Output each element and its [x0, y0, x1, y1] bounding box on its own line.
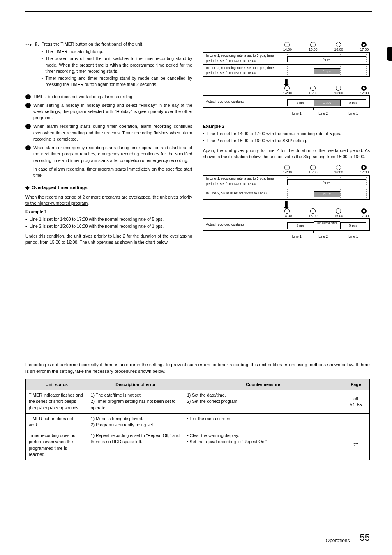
line1-label: Line 1	[292, 234, 302, 239]
chart-bar: 5 pps	[340, 99, 366, 106]
chart-bar: SKIP	[314, 191, 341, 198]
example2-title: Example 2	[203, 123, 370, 130]
chart-row-label: In Line 2, recording rate is set to 1 pp…	[203, 65, 281, 77]
tab-marker	[387, 47, 392, 61]
chart-bar: 5 pps	[287, 179, 366, 186]
chart-bar: 5 pps	[287, 99, 314, 106]
step-bullet: The TIMER indicator lights up.	[41, 49, 192, 55]
error-intro: Recording is not performed correctly if …	[25, 362, 370, 375]
warning-icon: !	[25, 103, 31, 108]
ex2-bullet: Line 2 is set for 15:00 to 16:00 with th…	[203, 138, 370, 144]
chart-row-label: In Line 1, recording rate is set to 5 pp…	[203, 175, 281, 187]
tick-label: 14:00	[283, 47, 292, 51]
table-row: TIMER button does not work. 1) Menu is b…	[26, 413, 370, 430]
line-labels: Line 2 Line 1 Line 1	[281, 108, 370, 119]
table-row: TIMER indicator flashes and the series o…	[26, 390, 370, 414]
chart-example2: 14:00 15:00 16:00 17:00 In Line 1, recor…	[203, 165, 370, 242]
left-column: step 8. Press the TIMER button on the fr…	[25, 41, 192, 247]
ex1-p-u: Line 2	[113, 234, 125, 238]
tick-label: 15:00	[309, 91, 317, 95]
cell-status: TIMER indicator flashes and the series o…	[26, 390, 88, 414]
page-footer: Operations 55	[25, 531, 370, 544]
chart-bar: 1 pps	[314, 99, 341, 106]
section-name: Operations	[326, 538, 350, 543]
tick-label: 14:00	[283, 91, 292, 95]
right-column: 14:00 15:00 16:00 17:00 In Line 1, recor…	[203, 41, 370, 247]
tick-label: 16:00	[334, 91, 343, 95]
arrow-down-icon: ⬇	[203, 80, 370, 86]
step-number: 8.	[35, 41, 39, 91]
tick-label: 17:00	[360, 47, 369, 51]
chart-ticks: 14:00 15:00 16:00 17:00	[281, 42, 370, 52]
arrow-down-icon: ⬇	[203, 203, 370, 208]
th-desc: Description of error	[88, 379, 184, 390]
line2-label: Line 2	[318, 111, 328, 116]
tick-label: 15:00	[309, 47, 317, 51]
table-row: Timer recording does not perform even wh…	[26, 430, 370, 460]
note-1: !TIMER button does not work during alarm…	[25, 94, 192, 100]
line1-label: Line 1	[292, 111, 302, 116]
cell-counter: 1) Set the date/time. 2) Set the correct…	[184, 390, 342, 414]
line1-label: Line 1	[348, 111, 358, 116]
step-bullet: The power turns off and the unit switche…	[41, 56, 192, 74]
chart-bar: 5 pps	[287, 56, 366, 63]
cell-counter: • Exit the menu screen.	[184, 413, 342, 430]
note-tail: In case of alarm recording, timer progra…	[25, 166, 192, 178]
tick-label: 16:00	[334, 170, 343, 174]
example2-para: Again, the unit gives priority to Line 2…	[203, 148, 370, 160]
note-text: When setting a holiday in holiday settin…	[33, 102, 192, 121]
overlap-heading-text: Overlapped timer settings	[32, 185, 88, 191]
cell-page: 77	[342, 430, 370, 460]
tick-label: 17:00	[360, 91, 369, 95]
note-2: !When setting a holiday in holiday setti…	[25, 102, 192, 121]
tick-label: 15:00	[309, 170, 317, 174]
note-text: TIMER button does not work during alarm …	[33, 94, 192, 100]
ex2-bullet: Line 1 is set for 14:00 to 17:00 with th…	[203, 131, 370, 137]
ex1-p-a: Under this condition, the unit gives pri…	[25, 234, 113, 238]
step-text: Press the TIMER button on the front pane…	[41, 42, 143, 46]
step-bullets: The TIMER indicator lights up. The power…	[41, 49, 192, 88]
chart-bar: NO RECORDING	[314, 221, 341, 225]
overlap-intro: When the recording period of 2 or more p…	[25, 194, 192, 206]
top-rule	[25, 11, 372, 12]
ex2-p-a: Again, the unit gives priority to	[203, 148, 266, 153]
example2-bullets: Line 1 is set for 14:00 to 17:00 with th…	[203, 131, 370, 144]
overlap-intro-b: .	[88, 201, 89, 206]
main-columns: step 8. Press the TIMER button on the fr…	[25, 41, 370, 247]
step-label: step	[25, 41, 32, 91]
cell-desc: 1) Repeat recording is set to "Repeat Of…	[88, 430, 184, 460]
cell-page: -	[342, 413, 370, 430]
th-counter: Countermeasure	[184, 379, 342, 390]
tick-label: 15:00	[309, 214, 317, 218]
tick-label: 14:00	[283, 170, 292, 174]
warning-icon: !	[25, 94, 31, 99]
chart-row-label: In Line 1, recording rate is set to 5 pp…	[203, 52, 281, 65]
page-number: 55	[360, 531, 370, 544]
warning-icon: !	[25, 145, 31, 150]
warning-icon: !	[25, 124, 31, 129]
chart-bar: 1 pps	[314, 68, 341, 75]
chart-example1: 14:00 15:00 16:00 17:00 In Line 1, recor…	[203, 42, 370, 119]
cell-status: Timer recording does not perform even wh…	[26, 430, 88, 460]
line1-label: Line 1	[348, 234, 358, 239]
cell-counter: • Clear the warning display. • Set the r…	[184, 430, 342, 460]
diamond-icon: ◆	[25, 184, 29, 191]
example1-title: Example 1	[25, 209, 192, 215]
step-8: step 8. Press the TIMER button on the fr…	[25, 41, 192, 91]
tick-label: 16:00	[334, 214, 343, 218]
cell-status: TIMER button does not work.	[26, 413, 88, 430]
cell-desc: 1) The date/time is not set. 2) Timer pr…	[88, 390, 184, 414]
chart-row-label: Actual recorded contents	[203, 95, 281, 108]
error-table: Unit status Description of error Counter…	[25, 379, 370, 460]
ex1-bullet: Line 2 is set for 15:00 to 16:00 with th…	[25, 223, 192, 229]
tick-label: 14:00	[283, 214, 292, 218]
overlap-heading: ◆ Overlapped timer settings	[25, 184, 192, 191]
ex1-bullet: Line 1 is set for 14:00 to 17:00 with th…	[25, 216, 192, 222]
chart-bar: 5 pps	[287, 222, 314, 229]
chart-row-label: Actual recorded contents	[203, 218, 281, 231]
tick-label: 17:00	[360, 214, 369, 218]
tick-label: 16:00	[334, 47, 343, 51]
chart-bar: 5 pps	[340, 222, 366, 229]
example1-bullets: Line 1 is set for 14:00 to 17:00 with th…	[25, 216, 192, 229]
example1-para: Under this condition, the unit gives pri…	[25, 233, 192, 245]
